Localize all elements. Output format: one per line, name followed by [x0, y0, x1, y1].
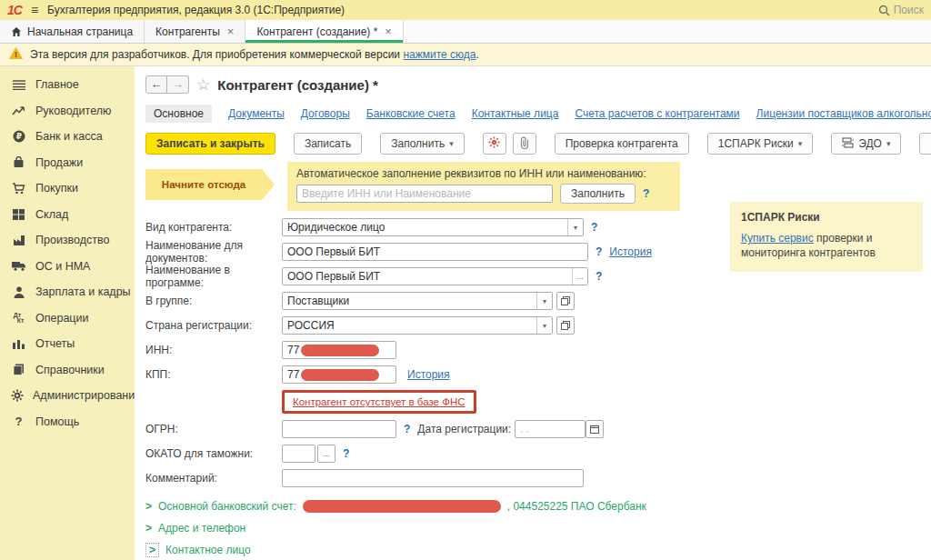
- sidebar-item-spravochniki[interactable]: Справочники: [0, 357, 135, 384]
- section-contact-person[interactable]: > Контактное лицо: [145, 540, 931, 559]
- help-icon[interactable]: ?: [643, 187, 649, 200]
- autofill-label: Автоматическое заполнение реквизитов по …: [296, 167, 671, 180]
- save-button[interactable]: Записать: [294, 133, 362, 155]
- spark-risks-dropdown-button[interactable]: 1СПАРК Риски▾: [707, 133, 814, 155]
- section-bank-account[interactable]: > Основной банковский счет: , 044525225 …: [145, 496, 931, 515]
- ellipsis-button[interactable]: ...: [572, 268, 587, 285]
- kpp-input[interactable]: 77: [282, 365, 396, 384]
- help-icon[interactable]: ?: [596, 245, 602, 258]
- check-counterparty-button[interactable]: Проверка контрагента: [555, 133, 689, 155]
- kind-value[interactable]: [283, 219, 567, 235]
- country-value[interactable]: [283, 317, 536, 334]
- field-label: Страна регистрации:: [145, 319, 282, 332]
- section-address-phone[interactable]: > Адрес и телефон: [145, 518, 931, 537]
- sidebar-label: Помощь: [35, 415, 79, 428]
- tab-home[interactable]: Начальная страница: [0, 20, 145, 43]
- group-select[interactable]: ▾: [282, 292, 553, 310]
- chevron-down-icon[interactable]: ▾: [536, 293, 552, 309]
- okato-input[interactable]: [282, 445, 315, 463]
- forward-button[interactable]: →: [167, 75, 189, 94]
- nav-bankovskie-scheta[interactable]: Банковские счета: [366, 107, 455, 120]
- global-search[interactable]: Поиск: [878, 4, 924, 16]
- sidebar-item-sklad[interactable]: Склад: [0, 202, 135, 228]
- inn-redaction: [301, 345, 379, 356]
- sidebar-item-pokupki[interactable]: Покупки: [0, 175, 135, 202]
- help-icon[interactable]: ?: [404, 423, 410, 435]
- bar-chart-icon: [11, 338, 26, 349]
- inn-or-name-input[interactable]: [296, 185, 553, 203]
- chevron-down-icon: ▾: [886, 139, 891, 148]
- name-for-documents-input[interactable]: [282, 243, 588, 261]
- calendar-icon[interactable]: [586, 420, 604, 438]
- spark-asterisk-button[interactable]: [483, 133, 506, 155]
- nav-osnovnoe[interactable]: Основное: [145, 105, 212, 123]
- open-in-window-icon[interactable]: [556, 316, 575, 335]
- back-button[interactable]: ←: [145, 75, 167, 94]
- envelope-print-button[interactable]: Конверт: [919, 133, 931, 155]
- warning-suffix: .: [476, 48, 478, 61]
- inn-input[interactable]: 77: [282, 341, 396, 359]
- favorite-star-icon[interactable]: ☆: [196, 75, 210, 95]
- tab-kontragent-create[interactable]: Контрагент (создание) * ×: [245, 20, 404, 43]
- warning-icon: !: [9, 47, 23, 62]
- nav-dokumenty[interactable]: Документы: [228, 107, 285, 120]
- buy-service-link[interactable]: Купить сервис: [741, 232, 814, 245]
- fns-missing-link[interactable]: Контрагент отсутствует в базе ФНС: [293, 396, 466, 407]
- country-select[interactable]: ▾: [282, 316, 553, 335]
- sidebar-item-operacii[interactable]: ДтКт Операции: [0, 305, 135, 332]
- sidebar-item-prodazhi[interactable]: Продажи: [0, 150, 135, 176]
- trend-chart-icon: [11, 105, 26, 116]
- buy-commercial-link[interactable]: нажмите сюда: [403, 48, 476, 61]
- sidebar-item-proizvodstvo[interactable]: Производство: [0, 227, 135, 254]
- save-and-close-button[interactable]: Записать и закрыть: [145, 133, 275, 155]
- close-icon[interactable]: ×: [227, 25, 235, 38]
- sidebar-item-otchety[interactable]: Отчеты: [0, 331, 135, 357]
- sidebar-item-os-i-nma[interactable]: ОС и НМА: [0, 254, 135, 280]
- chevron-down-icon[interactable]: ▾: [536, 317, 552, 334]
- autofill-fill-button[interactable]: Заполнить: [560, 184, 636, 204]
- kind-select[interactable]: ▾: [282, 218, 584, 236]
- red-asterisk-icon: [488, 136, 500, 151]
- kpp-history-link[interactable]: История: [407, 368, 450, 381]
- ogrn-input[interactable]: [282, 420, 396, 438]
- ellipsis-button[interactable]: ...: [317, 445, 335, 463]
- nav-licenzii[interactable]: Лицензии поставщиков алкогольной продукц…: [756, 107, 931, 120]
- help-icon[interactable]: ?: [343, 447, 349, 460]
- nav-dogovory[interactable]: Договоры: [301, 107, 350, 120]
- tab-kontragenty[interactable]: Контрагенты ×: [145, 20, 245, 43]
- sidebar-item-zarplata-i-kadry[interactable]: Зарплата и кадры: [0, 279, 135, 305]
- edo-dropdown-button[interactable]: ЭДО▾: [831, 133, 901, 155]
- field-label: КПП:: [145, 368, 282, 381]
- sidebar-label: ОС и НМА: [35, 260, 90, 273]
- open-in-window-icon[interactable]: [556, 292, 575, 310]
- attachments-button[interactable]: [513, 133, 536, 155]
- help-icon[interactable]: ?: [591, 221, 597, 234]
- fill-dropdown-button[interactable]: Заполнить▾: [380, 133, 464, 155]
- reg-date-placeholder: . .: [520, 423, 529, 435]
- chevron-down-icon[interactable]: ▾: [567, 219, 583, 235]
- name-in-program-input[interactable]: ...: [282, 267, 588, 285]
- chevron-right-icon: >: [145, 500, 152, 513]
- comment-input[interactable]: [282, 469, 584, 487]
- sidebar-label: Руководителю: [35, 105, 111, 117]
- start-here-arrow: Начните отсюда: [145, 169, 262, 200]
- close-icon[interactable]: ×: [385, 25, 392, 38]
- sidebar-item-bank-i-kassa[interactable]: ₽ Банк и касса: [0, 124, 135, 150]
- sidebar-label: Банк и касса: [35, 130, 103, 143]
- help-icon[interactable]: ?: [596, 270, 602, 283]
- paperclip-icon: [519, 136, 530, 152]
- name-prog-value[interactable]: [283, 268, 572, 285]
- sidebar-item-rukovoditelyu[interactable]: Руководителю: [0, 98, 135, 125]
- nav-kontaktnye-lica[interactable]: Контактные лица: [472, 107, 559, 120]
- main-menu-icon[interactable]: ≡: [31, 3, 38, 17]
- group-value[interactable]: [283, 293, 536, 309]
- sidebar-item-administrirovanie[interactable]: Администрирование: [0, 383, 135, 409]
- nav-scheta-raschetov[interactable]: Счета расчетов с контрагентами: [575, 107, 739, 120]
- sidebar-item-glavnoe[interactable]: Главное: [0, 72, 135, 98]
- collapsible-sections: > Основной банковский счет: , 044525225 …: [145, 496, 931, 560]
- tab-kontragent-create-label: Контрагент (создание) *: [256, 25, 377, 38]
- name-docs-history-link[interactable]: История: [609, 245, 652, 258]
- field-inn-row: ИНН: 77: [145, 341, 931, 359]
- reg-date-input[interactable]: . .: [515, 420, 586, 438]
- sidebar-item-pomosch[interactable]: ? Помощь: [0, 409, 135, 435]
